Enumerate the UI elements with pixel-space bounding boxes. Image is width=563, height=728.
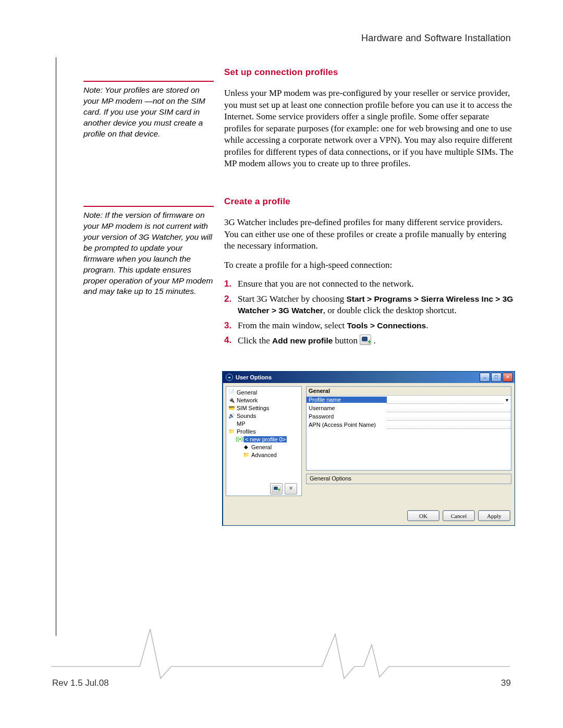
user-options-dialog: User Options 📄General 🔌Network 💳SIM Sett… [222,371,515,526]
steps-list: Ensure that you are not connected to the… [224,278,516,347]
tree-profiles[interactable]: 📁Profiles [228,427,301,435]
section-create-p2: To create a profile for a high-speed con… [224,260,516,271]
section-setup-heading: Set up connection profiles [224,67,516,78]
dialog-title: User Options [236,374,272,380]
window-close-button[interactable] [503,373,513,382]
step-4: Click the Add new profile button . [224,335,516,347]
ok-button[interactable]: OK [407,510,439,521]
sidenote-2: Note: If the version of firmware on your… [83,206,214,297]
tree-sounds[interactable]: 🔊Sounds [228,412,301,419]
dialog-icon [226,374,233,381]
field-apn[interactable]: APN (Access Point Name) [307,421,511,429]
footer-page-number: 39 [501,678,511,688]
properties-panel: General Profile name ▾ Username Password [306,386,511,471]
decorative-waveform [51,619,510,681]
tree-delete-button[interactable]: × [285,483,297,495]
sidenote-1-text: Note: Your profiles are stored on your M… [83,85,205,138]
section-create-heading: Create a profile [224,196,516,207]
vertical-rule [56,57,56,636]
field-username[interactable]: Username [307,404,511,412]
tree-network[interactable]: 🔌Network [228,396,301,404]
cancel-button[interactable]: Cancel [443,510,475,521]
dialog-status-bar: General Options [306,474,511,484]
field-profile-name[interactable]: Profile name ▾ [307,396,511,404]
tree-profile-advanced[interactable]: 📁Advanced [228,451,301,459]
step-2: Start 3G Watcher by choosing Start > Pro… [224,293,516,317]
field-password[interactable]: Password [307,412,511,421]
tree-general[interactable]: 📄General [228,388,301,396]
section-create-p1: 3G Watcher includes pre-defined profiles… [224,217,516,252]
step-1: Ensure that you are not connected to the… [224,278,516,290]
dialog-titlebar[interactable]: User Options [223,372,515,383]
section-setup-paragraph: Unless your MP modem was pre-configured … [224,88,516,169]
combo-arrow-icon[interactable]: ▾ [503,397,511,403]
group-header-general: General [307,387,511,396]
options-tree[interactable]: 📄General 🔌Network 💳SIM Settings 🔊Sounds … [226,386,302,496]
add-icon [272,485,280,492]
sidenote-2-text: Note: If the version of firmware on your… [83,211,213,295]
tree-add-button[interactable] [270,483,283,495]
window-maximize-button[interactable] [491,373,501,382]
window-minimize-button[interactable] [480,373,490,382]
running-header: Hardware and Software Installation [361,33,511,44]
tree-profile-general[interactable]: ◆General [228,443,301,451]
tree-new-profile[interactable]: ((•))< new profile 0> [228,435,301,443]
sidenote-1: Note: Your profiles are stored on your M… [83,81,214,140]
tree-mp[interactable]: MP [228,419,301,427]
add-profile-icon [360,335,371,345]
step-3: From the main window, select Tools > Con… [224,320,516,331]
tree-sim-settings[interactable]: 💳SIM Settings [228,404,301,412]
footer-revision: Rev 1.5 Jul.08 [52,678,109,688]
apply-button[interactable]: Apply [478,510,510,521]
